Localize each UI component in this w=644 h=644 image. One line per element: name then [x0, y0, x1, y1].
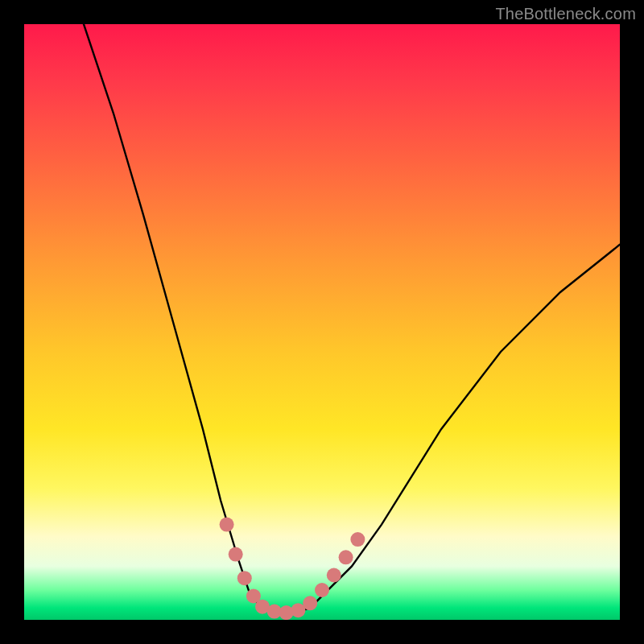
marker-dot: [315, 583, 329, 597]
marker-dot: [229, 547, 243, 562]
marker-dot: [339, 550, 353, 564]
plot-area: [24, 24, 620, 620]
marker-dot: [220, 518, 234, 532]
curve-layer: [24, 24, 620, 620]
chart-frame: TheBottleneck.com: [0, 0, 644, 644]
watermark-text: TheBottleneck.com: [495, 5, 636, 23]
marker-dot: [237, 571, 252, 585]
marker-dot: [303, 596, 317, 610]
marker-dot: [327, 568, 341, 583]
bottleneck-curve: [84, 24, 620, 614]
marker-dot: [350, 532, 365, 547]
